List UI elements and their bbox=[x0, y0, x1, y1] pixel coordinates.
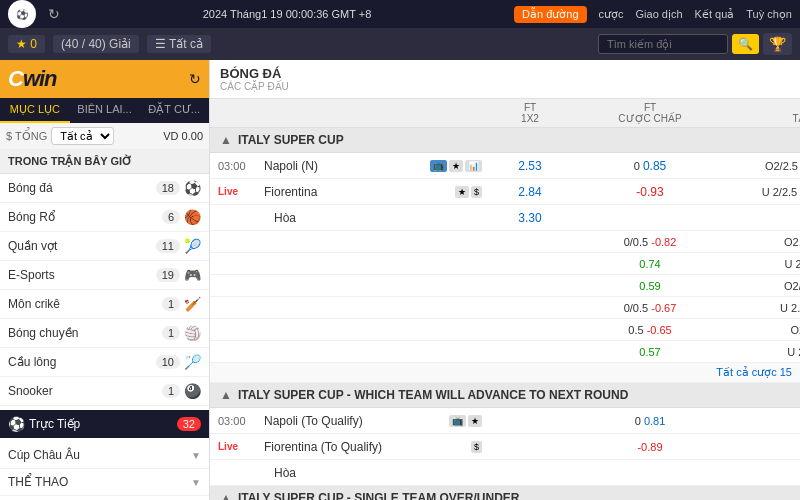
sidebar-item-quanvot[interactable]: Quần vợt 11 🎾 bbox=[0, 232, 209, 261]
icon-dollar-q[interactable]: $ bbox=[471, 441, 482, 453]
tab-dat-cu[interactable]: ĐẶT CƯ... bbox=[139, 98, 209, 123]
extra-row-4: 0/0.5 -0.67 U 2.5/3 0.58 0/C bbox=[210, 297, 800, 319]
extra-h-odds-2[interactable]: 0.74 bbox=[639, 258, 660, 270]
extra-h-odds-3[interactable]: 0.59 bbox=[639, 280, 660, 292]
extra-tai-xiu-4: U 2.5/3 0.58 bbox=[730, 302, 800, 314]
sidebar-item-bongchuyen[interactable]: Bóng chuyền 1 🏐 bbox=[0, 319, 209, 348]
tat-ca-button[interactable]: ☰ Tất cả bbox=[147, 35, 211, 53]
extra-h-odds-6[interactable]: 0.57 bbox=[639, 346, 660, 358]
filter-select[interactable]: Tất cả bbox=[51, 127, 114, 145]
top-bar: ⚽ ↻ 2024 Tháng1 19 00:00:36 GMT +8 Dẫn đ… bbox=[0, 0, 800, 28]
extra-h-odds-5[interactable]: -0.65 bbox=[647, 324, 672, 336]
h-odds-napoli-q[interactable]: 0.81 bbox=[644, 415, 665, 427]
col-header-tai-xiu: FTTÀI XỈU bbox=[730, 99, 800, 127]
h-odds-fior-q[interactable]: -0.89 bbox=[637, 441, 662, 453]
handicap-napoli: 0 0.85 bbox=[570, 159, 730, 173]
match-time-napoli-q: 03:00 bbox=[218, 415, 258, 427]
match-row-fiorentina: Live Fiorentina ★ $ 2.84 -0.93 U 2/2.5 -… bbox=[210, 179, 800, 205]
match-team-napoli: Napoli (N) bbox=[264, 159, 318, 173]
odds-fiorentina-home[interactable]: 2.84 bbox=[518, 185, 541, 199]
sidebar-item-cup-chau-au[interactable]: Cúp Châu Âu ▼ bbox=[0, 442, 209, 469]
extra-h-odds-4[interactable]: -0.67 bbox=[651, 302, 676, 314]
match-time-napoli: 03:00 bbox=[218, 160, 258, 172]
extra-tx-val-6: U 2 bbox=[787, 346, 800, 358]
ft-1x2-napoli: 2.53 bbox=[490, 159, 570, 173]
icon-tv[interactable]: 📺 bbox=[430, 160, 447, 172]
extra-tx-val-4: U 2.5/3 bbox=[780, 302, 800, 314]
the-thao-label: THỂ THAO bbox=[8, 475, 191, 489]
bongda-title: BÓNG ĐÁ bbox=[220, 66, 790, 81]
extra-row-3: 0.59 O2/3 -0.68 bbox=[210, 275, 800, 297]
sidebar-item-cricket[interactable]: Môn crikê 1 🏏 bbox=[0, 290, 209, 319]
sidebar-item-bongchuyen-count: 1 bbox=[162, 326, 180, 340]
trophy-button[interactable]: 🏆 bbox=[763, 33, 792, 55]
bongro-icon: 🏀 bbox=[184, 209, 201, 225]
search-button[interactable]: 🔍 bbox=[732, 34, 759, 54]
tai-xiu-val-fiorentina: U 2/2.5 bbox=[762, 186, 800, 198]
section-italy-super-cup[interactable]: ▲ ITALY SUPER CUP bbox=[210, 128, 800, 153]
reload-icon[interactable]: ↻ bbox=[48, 6, 60, 22]
icon-chart[interactable]: 📊 bbox=[465, 160, 482, 172]
extra-h-odds-1[interactable]: -0.82 bbox=[651, 236, 676, 248]
cuoc-link[interactable]: cược bbox=[599, 8, 624, 21]
icon-star-fior[interactable]: ★ bbox=[455, 186, 469, 198]
cricket-icon: 🏏 bbox=[184, 296, 201, 312]
sidebar-item-the-thao[interactable]: THỂ THAO ▼ bbox=[0, 469, 209, 496]
filter-label: $ TỔNG bbox=[6, 130, 47, 143]
match-row-napoli: 03:00 Napoli (N) 📺 ★ 📊 2.53 0 0.85 O2/2.… bbox=[210, 153, 800, 179]
sidebar-item-bongro-label: Bóng Rổ bbox=[8, 210, 162, 224]
giai-button[interactable]: (40 / 40) Giải bbox=[53, 35, 139, 53]
handicap-fior-q: -0.89 bbox=[570, 441, 730, 453]
sidebar-item-bongda[interactable]: Bóng đá 18 ⚽ bbox=[0, 174, 209, 203]
odds-napoli-home[interactable]: 2.53 bbox=[518, 159, 541, 173]
sidebar-item-caulong-count: 10 bbox=[156, 355, 180, 369]
sidebar-item-bongro[interactable]: Bóng Rổ 6 🏀 bbox=[0, 203, 209, 232]
icon-tv-q[interactable]: 📺 bbox=[449, 415, 466, 427]
giao-dich-link[interactable]: Giao dịch bbox=[636, 8, 683, 21]
quanvot-icon: 🎾 bbox=[184, 238, 201, 254]
sidebar-item-caulong[interactable]: Cầu lông 10 🏸 bbox=[0, 348, 209, 377]
tai-xiu-napoli: O2/2.5 0.87 3.30 bbox=[730, 159, 800, 173]
match-live-fiorentina: Live bbox=[218, 186, 258, 197]
tab-muc-luc[interactable]: MỤC LỤC bbox=[0, 98, 70, 123]
sidebar-item-quanvot-count: 11 bbox=[156, 239, 180, 253]
sidebar-item-bongro-count: 6 bbox=[162, 210, 180, 224]
star-button[interactable]: ★ 0 bbox=[8, 35, 45, 53]
ft-1x2-hoa: 3.30 bbox=[490, 211, 570, 225]
search-input[interactable] bbox=[598, 34, 728, 54]
sidebar-item-snooker[interactable]: Snooker 1 🎱 bbox=[0, 377, 209, 406]
sidebar-item-esports[interactable]: E-Sports 19 🎮 bbox=[0, 261, 209, 290]
sidebar-item-snooker-count: 1 bbox=[162, 384, 180, 398]
handicap-odds-fiorentina[interactable]: -0.93 bbox=[636, 185, 663, 199]
match-team-napoli-q: Napoli (To Qualify) bbox=[264, 414, 363, 428]
handicap-fiorentina: -0.93 bbox=[570, 185, 730, 199]
icon-star[interactable]: ★ bbox=[449, 160, 463, 172]
sidebar-refresh-icon[interactable]: ↻ bbox=[189, 71, 201, 87]
tai-xiu-val-napoli: O2/2.5 bbox=[765, 160, 800, 172]
extra-h-val-5: 0.5 bbox=[628, 324, 646, 336]
handicap-odds-napoli[interactable]: 0.85 bbox=[643, 159, 666, 173]
section-title: ITALY SUPER CUP bbox=[238, 133, 344, 147]
dan-duong-button[interactable]: Dẫn đường bbox=[514, 6, 586, 23]
live-count: 32 bbox=[177, 417, 201, 431]
snooker-icon: 🎱 bbox=[184, 383, 201, 399]
ket-qua-link[interactable]: Kết quả bbox=[695, 8, 735, 21]
tuy-chon-link[interactable]: Tuỳ chọn bbox=[746, 8, 792, 21]
icon-dollar-fior[interactable]: $ bbox=[471, 186, 482, 198]
icon-star-q[interactable]: ★ bbox=[468, 415, 482, 427]
sidebar-item-caulong-label: Cầu lông bbox=[8, 355, 156, 369]
tat-ca-cuoc[interactable]: Tất cả cược 15 bbox=[210, 363, 800, 383]
section-over-under[interactable]: ▲ ITALY SUPER CUP - SINGLE TEAM OVER/UND… bbox=[210, 486, 800, 500]
odds-hoa-home[interactable]: 3.30 bbox=[518, 211, 541, 225]
the-thao-arrow: ▼ bbox=[191, 477, 201, 488]
sidebar-item-esports-label: E-Sports bbox=[8, 268, 156, 282]
tai-xiu-hoa: 2.04 bbox=[730, 211, 800, 225]
section-next-round[interactable]: ▲ ITALY SUPER CUP - WHICH TEAM WILL ADVA… bbox=[210, 383, 800, 408]
live-button[interactable]: ⚽ Trực Tiếp 32 bbox=[0, 410, 209, 438]
section-ou-arrow: ▲ bbox=[220, 491, 232, 500]
cup-chau-au-arrow: ▼ bbox=[191, 450, 201, 461]
extra-row-1: 0/0.5 -0.82 O2.5 -0.89 0/C bbox=[210, 231, 800, 253]
tab-bien-lai[interactable]: BIÊN LAI... bbox=[70, 98, 140, 123]
extra-h-val-4: 0/0.5 bbox=[624, 302, 652, 314]
bongda-subtitle: CÁC CẶP ĐẤU bbox=[220, 81, 790, 92]
